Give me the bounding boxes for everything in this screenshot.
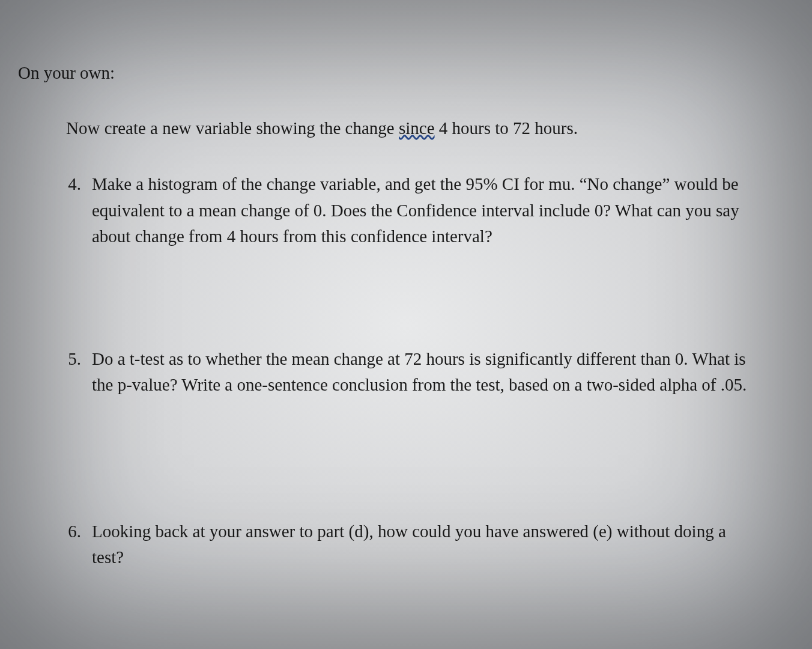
- intro-after: 4 hours to 72 hours.: [435, 118, 578, 138]
- question-text: Looking back at your answer to part (d),…: [92, 519, 776, 571]
- document-page: On your own: Now create a new variable s…: [0, 0, 812, 595]
- question-4: 4. Make a histogram of the change variab…: [51, 171, 776, 250]
- question-number: 5.: [51, 346, 92, 398]
- intro-underlined: since: [399, 118, 435, 138]
- intro-before: Now create a new variable showing the ch…: [66, 118, 399, 138]
- question-5: 5. Do a t-test as to whether the mean ch…: [51, 346, 776, 398]
- question-text: Make a histogram of the change variable,…: [92, 171, 776, 250]
- section-heading: On your own:: [18, 60, 776, 87]
- question-text: Do a t-test as to whether the mean chang…: [92, 346, 776, 398]
- question-6: 6. Looking back at your answer to part (…: [51, 519, 776, 571]
- question-number: 6.: [51, 519, 92, 571]
- intro-text: Now create a new variable showing the ch…: [66, 115, 776, 142]
- question-number: 4.: [51, 171, 92, 250]
